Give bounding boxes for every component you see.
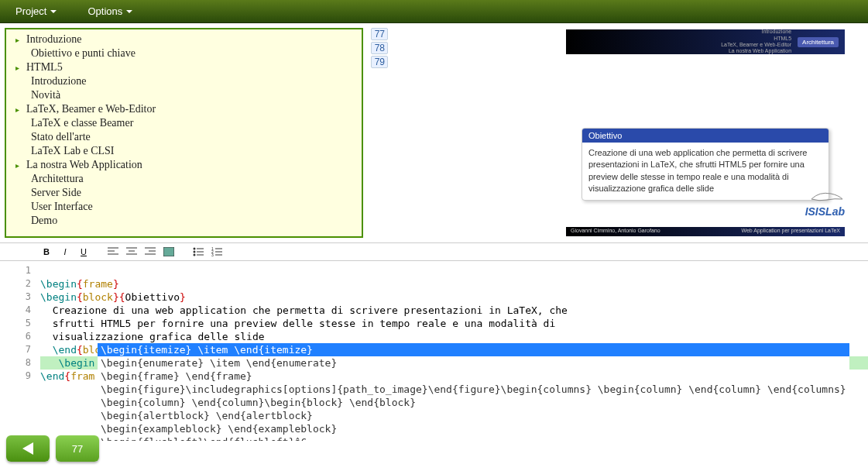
back-button[interactable] — [6, 435, 50, 462]
bottom-controls: 77 — [6, 435, 99, 462]
slide-header: Introduzione HTML5 LaTeX, Beamer e Web-E… — [566, 29, 845, 54]
svg-text:3: 3 — [211, 253, 214, 256]
logo-text: ISISLab — [805, 205, 845, 218]
align-center-icon[interactable] — [124, 245, 139, 259]
tree-item[interactable]: HTML5 — [9, 60, 359, 74]
tree-item[interactable]: Architettura — [9, 172, 359, 186]
code-editor[interactable]: 123456789 \begin{frame} \begin{block}{Ob… — [0, 261, 868, 441]
tree-item[interactable]: Server Side — [9, 186, 359, 200]
tree-item[interactable]: Stato dell'arte — [9, 130, 359, 144]
tree-item[interactable]: User Interface — [9, 200, 359, 214]
slide-preview: Introduzione HTML5 LaTeX, Beamer e Web-E… — [391, 23, 868, 242]
tree-item[interactable]: LaTeX Lab e CLSI — [9, 144, 359, 158]
autocomplete-popup[interactable]: \begin{itemize} \item \end{itemize}\begi… — [98, 343, 849, 441]
top-menu-bar: Project Options — [0, 0, 868, 23]
slide-number-column: 777879 — [368, 23, 391, 242]
tree-item[interactable]: LaTeX e classe Beamer — [9, 116, 359, 130]
outline-tree[interactable]: IntroduzioneObiettivo e punti chiaveHTML… — [5, 28, 363, 238]
menu-project[interactable]: Project — [15, 5, 57, 17]
align-left-icon[interactable] — [105, 245, 121, 259]
autocomplete-item[interactable]: \begin{figure}\includegraphics[options]{… — [98, 383, 849, 396]
slide-marker[interactable]: 79 — [371, 56, 388, 68]
bullet-list-icon[interactable] — [190, 245, 206, 259]
tree-item[interactable]: Novità — [9, 88, 359, 102]
underline-button[interactable]: U — [76, 245, 91, 259]
tree-item[interactable]: La nostra Web Application — [9, 158, 359, 172]
italic-button[interactable]: I — [57, 245, 73, 259]
bird-icon — [808, 187, 845, 203]
tree-item[interactable]: Obiettivo e punti chiave — [9, 46, 359, 60]
autocomplete-item[interactable]: \begin{itemize} \item \end{itemize} — [98, 343, 849, 356]
arrow-left-icon — [22, 442, 33, 455]
image-icon[interactable] — [161, 245, 177, 259]
autocomplete-item[interactable]: \begin{column} \end{column}\begin{block}… — [98, 396, 849, 409]
numbered-list-icon[interactable]: 123 — [209, 245, 225, 259]
slide-marker[interactable]: 77 — [371, 28, 388, 40]
autocomplete-item[interactable]: \begin{frame} \end{frame} — [98, 370, 849, 383]
svg-point-10 — [194, 248, 196, 250]
tree-item[interactable]: LaTeX, Beamer e Web-Editor — [9, 102, 359, 116]
menu-options[interactable]: Options — [87, 5, 132, 17]
slide-section-tab: Architettura — [798, 37, 839, 47]
editor-toolbar: B I U 123 — [0, 242, 868, 261]
logo: ISISLab — [805, 187, 845, 218]
objective-body: Creazione di una web application che per… — [582, 143, 829, 200]
svg-rect-9 — [163, 247, 174, 256]
tree-item[interactable]: Demo — [9, 214, 359, 228]
align-right-icon[interactable] — [142, 245, 158, 259]
autocomplete-item[interactable]: \begin{alertblock} \end{alertblock} — [98, 409, 849, 422]
objective-title: Obiettivo — [582, 129, 829, 143]
svg-point-12 — [194, 251, 196, 253]
bold-button[interactable]: B — [39, 245, 54, 259]
line-number-gutter: 123456789 — [0, 261, 37, 383]
objective-block: Obiettivo Creazione di una web applicati… — [582, 128, 829, 201]
slide-footer: Giovanni Cimmino, Antonio Garofano Web A… — [566, 227, 845, 236]
page-number-button[interactable]: 77 — [56, 435, 99, 462]
slide-breadcrumb: Introduzione HTML5 LaTeX, Beamer e Web-E… — [721, 29, 791, 55]
tree-item[interactable]: Introduzione — [9, 74, 359, 88]
slide-marker[interactable]: 78 — [371, 42, 388, 54]
autocomplete-item[interactable]: \begin{exampleblock} \end{exampleblock} — [98, 422, 849, 435]
svg-point-14 — [194, 254, 196, 256]
tree-item[interactable]: Introduzione — [9, 33, 359, 46]
autocomplete-item[interactable]: \begin{flushleft}\end{flushleft}â€ — [98, 435, 849, 441]
autocomplete-item[interactable]: \begin{enumerate} \item \end{enumerate} — [98, 356, 849, 370]
